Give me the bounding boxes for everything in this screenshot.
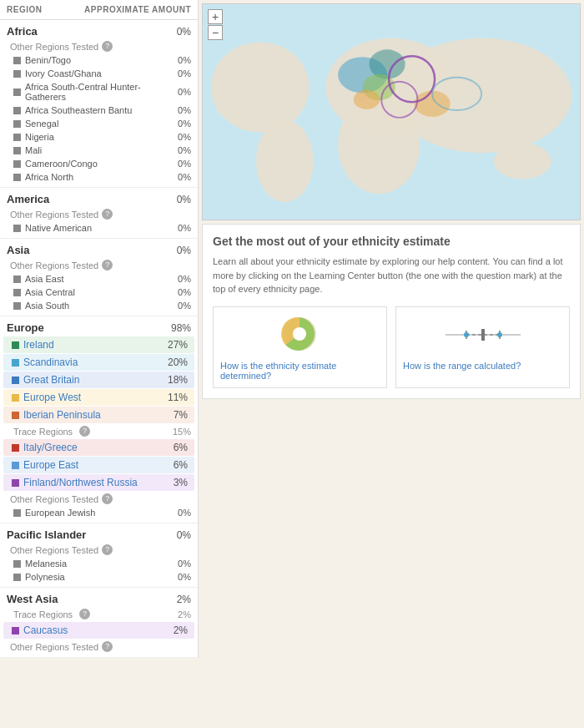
color-swatch <box>12 394 19 402</box>
item-label: Asia South <box>25 301 69 311</box>
color-swatch <box>13 70 21 78</box>
west-asia-other-tested: Other Regions Tested ? <box>0 640 198 654</box>
info-card-ethnicity[interactable]: How is the ethnicity estimate determined… <box>213 306 387 388</box>
color-swatch <box>13 289 21 296</box>
item-pct: 0% <box>178 572 191 582</box>
ethnicity-map[interactable]: + − <box>202 3 581 220</box>
europe-west-link[interactable]: Europe West <box>23 392 81 403</box>
pacific-other-tested: Other Regions Tested ? <box>0 543 198 557</box>
region-pacific-pct: 0% <box>177 529 191 541</box>
europe-ireland-row[interactable]: Ireland 27% <box>3 336 194 353</box>
item-label: Melanesia <box>25 559 67 569</box>
asia-other-tested: Other Regions Tested ? <box>0 258 198 272</box>
item-pct: 0% <box>178 55 191 65</box>
list-item: Polynesia 0% <box>0 570 198 584</box>
europe-east-row[interactable]: Europe East 6% <box>3 457 194 473</box>
great-britain-link[interactable]: Great Britain <box>23 374 79 386</box>
ireland-link[interactable]: Ireland <box>23 339 54 351</box>
color-swatch <box>12 479 19 487</box>
item-label: European Jewish <box>25 508 95 518</box>
color-swatch <box>13 276 21 283</box>
pacific-help-icon[interactable]: ? <box>102 544 113 555</box>
range-card-link[interactable]: How is the range calculated? <box>403 361 562 371</box>
europe-trace-row: Trace Regions ? 15% <box>0 424 198 438</box>
europe-iberian-row[interactable]: Iberian Peninsula 7% <box>3 407 194 423</box>
scandinavia-pct: 20% <box>168 356 188 368</box>
list-item: Asia Central 0% <box>0 286 198 299</box>
item-label: Africa Southeastern Bantu <box>25 105 132 115</box>
europe-west-row[interactable]: Europe West 11% <box>3 389 194 406</box>
europe-other-tested: Other Regions Tested ? <box>0 492 198 506</box>
ethnicity-card-link[interactable]: How is the ethnicity estimate determined… <box>220 361 380 381</box>
europe-italy-row[interactable]: Italy/Greece 6% <box>3 439 194 456</box>
range-diagram <box>403 314 562 356</box>
list-item: European Jewish 0% <box>0 506 198 519</box>
west-asia-caucasus-row[interactable]: Caucasus 2% <box>3 622 194 639</box>
item-label: Benin/Togo <box>25 55 71 65</box>
list-item: Cameroon/Congo 0% <box>0 157 198 170</box>
region-asia: Asia 0% Other Regions Tested ? Asia East… <box>0 239 198 316</box>
europe-east-link[interactable]: Europe East <box>23 459 78 471</box>
trace-label: Trace Regions <box>13 609 73 619</box>
item-pct: 0% <box>178 172 191 182</box>
iberian-link[interactable]: Iberian Peninsula <box>23 409 101 421</box>
list-item: Benin/Togo 0% <box>0 53 198 67</box>
map-zoom-in-button[interactable]: + <box>208 9 223 24</box>
color-swatch <box>12 462 19 469</box>
info-cards: How is the ethnicity estimate determined… <box>213 306 570 388</box>
svg-point-22 <box>464 332 469 337</box>
svg-point-5 <box>256 120 314 202</box>
list-item: Asia South 0% <box>0 299 198 312</box>
region-africa: Africa 0% Other Regions Tested ? Benin/T… <box>0 20 198 188</box>
west-asia-trace-row: Trace Regions ? 2% <box>0 607 198 621</box>
svg-rect-19 <box>481 329 485 341</box>
color-swatch <box>12 412 19 419</box>
item-label: Asia East <box>25 274 63 284</box>
list-item: Nigeria 0% <box>0 130 198 144</box>
list-item: Senegal 0% <box>0 117 198 130</box>
region-america: America 0% Other Regions Tested ? Native… <box>0 188 198 239</box>
list-item: Africa South-Central Hunter-Gatherers 0% <box>0 80 198 104</box>
iberian-pct: 7% <box>174 409 188 421</box>
map-zoom-out-button[interactable]: − <box>208 25 223 40</box>
trace-label: Trace Regions <box>13 427 73 437</box>
america-help-icon[interactable]: ? <box>102 209 113 220</box>
color-swatch <box>13 107 21 114</box>
caucasus-link[interactable]: Caucasus <box>23 624 68 636</box>
color-swatch <box>13 134 21 141</box>
color-swatch <box>12 444 19 452</box>
italy-greece-link[interactable]: Italy/Greece <box>23 442 78 453</box>
color-swatch <box>12 359 19 367</box>
region-europe-pct: 98% <box>171 322 191 334</box>
color-swatch <box>13 120 21 128</box>
europe-finland-row[interactable]: Finland/Northwest Russia 3% <box>3 474 194 491</box>
item-label: Asia Central <box>25 287 75 297</box>
color-swatch <box>13 574 21 581</box>
map-controls: + − <box>208 9 223 41</box>
scandinavia-link[interactable]: Scandinavia <box>23 356 78 368</box>
asia-help-icon[interactable]: ? <box>102 260 113 270</box>
europe-east-pct: 6% <box>174 459 188 471</box>
europe-scandinavia-row[interactable]: Scandinavia 20% <box>3 354 194 371</box>
region-west-asia-pct: 2% <box>177 594 191 605</box>
item-pct: 0% <box>178 105 191 115</box>
item-label: Senegal <box>25 119 58 129</box>
list-item: Africa Southeastern Bantu 0% <box>0 104 198 117</box>
region-europe-title: Europe <box>7 321 44 334</box>
region-pacific-islander: Pacific Islander 0% Other Regions Tested… <box>0 523 198 588</box>
europe-help-icon[interactable]: ? <box>102 493 113 504</box>
info-card-range[interactable]: How is the range calculated? <box>395 306 570 388</box>
column-header-region: REGION <box>7 5 42 14</box>
finland-link[interactable]: Finland/Northwest Russia <box>23 477 138 488</box>
svg-point-10 <box>354 89 380 109</box>
west-asia-help-icon[interactable]: ? <box>102 641 113 652</box>
svg-point-6 <box>494 143 551 179</box>
europe-great-britain-row[interactable]: Great Britain 18% <box>3 372 194 388</box>
africa-help-icon[interactable]: ? <box>102 41 113 52</box>
trace-help-icon[interactable]: ? <box>79 426 90 437</box>
region-pacific-title: Pacific Islander <box>7 528 86 541</box>
color-swatch <box>13 57 21 64</box>
west-asia-trace-help-icon[interactable]: ? <box>79 609 90 619</box>
info-panel: Get the most out of your ethnicity estim… <box>202 224 581 399</box>
region-america-pct: 0% <box>177 194 191 205</box>
